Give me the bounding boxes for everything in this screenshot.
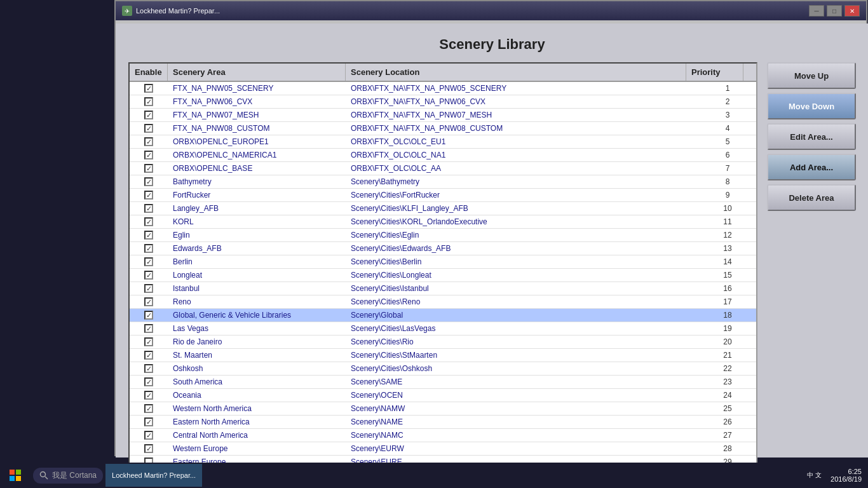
enable-cell xyxy=(130,282,168,295)
priority-cell: 12 xyxy=(699,229,756,241)
area-cell: FortRucker xyxy=(168,189,346,201)
row-checkbox[interactable] xyxy=(144,337,153,346)
area-cell: South America xyxy=(168,376,346,388)
minimize-button[interactable]: ─ xyxy=(809,5,824,17)
row-checkbox[interactable] xyxy=(144,111,153,119)
location-cell: Scenery\OCEN xyxy=(346,389,699,402)
table-row[interactable]: St. MaartenScenery\Cities\StMaarten21 xyxy=(130,349,756,362)
row-checkbox[interactable] xyxy=(144,324,153,333)
area-cell: FTX_NA_PNW06_CVX xyxy=(168,95,346,108)
row-checkbox[interactable] xyxy=(144,271,153,280)
row-checkbox[interactable] xyxy=(144,391,153,400)
row-checkbox[interactable] xyxy=(144,297,153,306)
table-row[interactable]: KORLScenery\Cities\KORL_OrlandoExecutive… xyxy=(130,215,756,229)
add-area-button[interactable]: Add Area... xyxy=(767,154,856,180)
priority-cell: 8 xyxy=(699,175,756,188)
row-checkbox[interactable] xyxy=(144,364,153,373)
table-row[interactable]: Eastern North AmericaScenery\NAME26 xyxy=(130,416,756,429)
enable-cell xyxy=(130,95,168,108)
row-checkbox[interactable] xyxy=(144,84,153,93)
table-row[interactable]: LongleatScenery\Cities\Longleat15 xyxy=(130,269,756,282)
maximize-button[interactable]: □ xyxy=(827,5,842,17)
start-button[interactable] xyxy=(0,463,31,488)
row-checkbox[interactable] xyxy=(144,97,153,106)
row-checkbox[interactable] xyxy=(144,244,153,253)
priority-cell: 15 xyxy=(699,269,756,281)
row-checkbox[interactable] xyxy=(144,404,153,413)
row-checkbox[interactable] xyxy=(144,217,153,226)
table-row[interactable]: Edwards_AFBScenery\Cities\Edwards_AFB13 xyxy=(130,242,756,255)
area-cell: St. Maarten xyxy=(168,349,346,362)
table-row[interactable]: FTX_NA_PNW08_CUSTOMORBX\FTX_NA\FTX_NA_PN… xyxy=(130,122,756,135)
move-up-button[interactable]: Move Up xyxy=(767,62,856,89)
area-cell: FTX_NA_PNW07_MESH xyxy=(168,109,346,121)
table-row[interactable]: RenoScenery\Cities\Reno17 xyxy=(130,295,756,309)
location-cell: ORBX\FTX_NA\FTX_NA_PNW05_SCENERY xyxy=(346,82,699,95)
row-checkbox[interactable] xyxy=(144,164,153,173)
row-checkbox[interactable] xyxy=(144,311,153,320)
table-row[interactable]: IstanbulScenery\Cities\Istanbul16 xyxy=(130,282,756,295)
table-row[interactable]: Western EuropeScenery\EURW28 xyxy=(130,442,756,456)
title-bar: ✈ Lockheed Martin? Prepar... ─ □ ✕ xyxy=(116,1,866,20)
table-row[interactable]: Western North AmericaScenery\NAMW25 xyxy=(130,402,756,416)
row-checkbox[interactable] xyxy=(144,444,153,453)
enable-cell xyxy=(130,242,168,255)
enable-cell xyxy=(130,255,168,268)
table-row[interactable]: EglinScenery\Cities\Eglin12 xyxy=(130,229,756,242)
app-taskbar-button[interactable]: Lockheed Martin? Prepar... xyxy=(105,464,202,487)
enable-cell xyxy=(130,189,168,201)
row-checkbox[interactable] xyxy=(144,431,153,440)
location-cell: Scenery\SAME xyxy=(346,376,699,388)
delete-area-button[interactable]: Delete Area xyxy=(767,184,856,211)
row-checkbox[interactable] xyxy=(144,351,153,360)
area-cell: Eastern North America xyxy=(168,416,346,428)
table-row[interactable]: FTX_NA_PNW06_CVXORBX\FTX_NA\FTX_NA_PNW06… xyxy=(130,95,756,109)
row-checkbox[interactable] xyxy=(144,231,153,240)
enable-cell xyxy=(130,349,168,362)
edit-area-button[interactable]: Edit Area... xyxy=(767,123,856,150)
row-checkbox[interactable] xyxy=(144,151,153,159)
row-checkbox[interactable] xyxy=(144,124,153,133)
area-cell: Longleat xyxy=(168,269,346,281)
location-cell: Scenery\Cities\KORL_OrlandoExecutive xyxy=(346,215,699,228)
table-header: Enable Scenery Area Scenery Location Pri… xyxy=(130,64,756,82)
row-checkbox[interactable] xyxy=(144,177,153,186)
location-cell: ORBX\FTX_OLC\OLC_NA1 xyxy=(346,149,699,161)
table-row[interactable]: OshkoshScenery\Cities\Oshkosh22 xyxy=(130,362,756,376)
location-cell: Scenery\NAMC xyxy=(346,429,699,442)
table-row[interactable]: FTX_NA_PNW07_MESHORBX\FTX_NA\FTX_NA_PNW0… xyxy=(130,109,756,122)
table-row[interactable]: Las VegasScenery\Cities\LasVegas19 xyxy=(130,322,756,336)
table-row[interactable]: Global, Generic & Vehicle LibrariesScene… xyxy=(130,309,756,322)
scenery-library-dialog: Scenery Library Enable Scenery Area Scen… xyxy=(116,24,868,458)
row-checkbox[interactable] xyxy=(144,191,153,200)
row-checkbox[interactable] xyxy=(144,377,153,386)
table-row[interactable]: ORBX\OPENLC_NAMERICA1ORBX\FTX_OLC\OLC_NA… xyxy=(130,149,756,162)
cortana-search[interactable]: 我是 Cortana xyxy=(33,468,103,484)
location-cell: Scenery\Cities\Reno xyxy=(346,295,699,308)
table-row[interactable]: South AmericaScenery\SAME23 xyxy=(130,376,756,389)
table-row[interactable]: ORBX\OPENLC_BASEORBX\FTX_OLC\OLC_AA7 xyxy=(130,162,756,175)
table-row[interactable]: BathymetryScenery\Bathymetry8 xyxy=(130,175,756,189)
row-checkbox[interactable] xyxy=(144,284,153,293)
table-row[interactable]: ORBX\OPENLC_EUROPE1ORBX\FTX_OLC\OLC_EU15 xyxy=(130,135,756,149)
row-checkbox[interactable] xyxy=(144,137,153,146)
location-cell: Scenery\Cities\Rio xyxy=(346,336,699,348)
close-button[interactable]: ✕ xyxy=(844,5,860,17)
table-row[interactable]: Central North AmericaScenery\NAMC27 xyxy=(130,429,756,442)
area-cell: Las Vegas xyxy=(168,322,346,335)
area-cell: ORBX\OPENLC_NAMERICA1 xyxy=(168,149,346,161)
table-row[interactable]: Rio de JaneiroScenery\Cities\Rio20 xyxy=(130,336,756,349)
table-row[interactable]: FTX_NA_PNW05_SCENERYORBX\FTX_NA\FTX_NA_P… xyxy=(130,82,756,95)
table-row[interactable]: OceaniaScenery\OCEN24 xyxy=(130,389,756,402)
clock-date: 2016/8/19 xyxy=(831,475,862,483)
row-checkbox[interactable] xyxy=(144,417,153,426)
move-down-button[interactable]: Move Down xyxy=(767,93,856,119)
table-row[interactable]: BerlinScenery\Cities\Berlin14 xyxy=(130,255,756,269)
row-checkbox[interactable] xyxy=(144,204,153,213)
table-row[interactable]: Langley_AFBScenery\Cities\KLFI_Langley_A… xyxy=(130,202,756,215)
priority-cell: 10 xyxy=(699,202,756,215)
area-cell: FTX_NA_PNW08_CUSTOM xyxy=(168,122,346,135)
row-checkbox[interactable] xyxy=(144,257,153,266)
table-row[interactable]: FortRuckerScenery\Cities\FortRucker9 xyxy=(130,189,756,202)
enable-cell xyxy=(130,295,168,308)
